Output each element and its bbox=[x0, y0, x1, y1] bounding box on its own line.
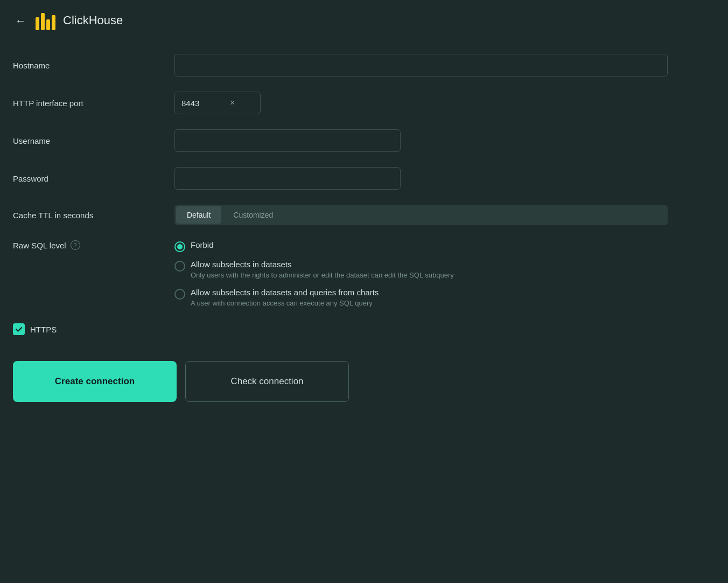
https-label: HTTPS bbox=[30, 325, 57, 334]
cache-ttl-customized-button[interactable]: Customized bbox=[222, 206, 284, 224]
username-input[interactable] bbox=[174, 129, 401, 152]
raw-sql-forbid-option[interactable]: Forbid bbox=[174, 240, 668, 252]
cache-ttl-field: Default Customized bbox=[174, 205, 668, 225]
raw-sql-radio-group: Forbid Allow subselects in datasets Only… bbox=[174, 240, 668, 308]
username-field bbox=[174, 129, 668, 152]
button-row: Create connection Check connection bbox=[13, 361, 668, 402]
page-container: ← ClickHouse Hostname HTTP interface por… bbox=[0, 0, 728, 583]
raw-sql-allow-subselects-radio[interactable] bbox=[174, 261, 185, 272]
http-port-row: HTTP interface port × bbox=[13, 92, 668, 114]
password-input[interactable] bbox=[174, 167, 401, 190]
raw-sql-allow-all-option[interactable]: Allow subselects in datasets and queries… bbox=[174, 288, 668, 308]
raw-sql-allow-subselects-description: Only users with the rights to administer… bbox=[191, 270, 454, 280]
http-port-label: HTTP interface port bbox=[13, 99, 174, 108]
raw-sql-forbid-radio[interactable] bbox=[174, 241, 185, 252]
http-port-input[interactable] bbox=[181, 99, 225, 108]
cache-ttl-row: Cache TTL in seconds Default Customized bbox=[13, 205, 668, 225]
username-row: Username bbox=[13, 129, 668, 152]
port-clear-button[interactable]: × bbox=[229, 97, 236, 109]
password-field bbox=[174, 167, 668, 190]
checkmark-icon bbox=[15, 325, 23, 333]
cache-ttl-default-button[interactable]: Default bbox=[176, 206, 221, 224]
raw-sql-allow-all-text: Allow subselects in datasets and queries… bbox=[191, 288, 379, 308]
form-container: Hostname HTTP interface port × Username bbox=[0, 41, 689, 424]
help-icon[interactable]: ? bbox=[71, 240, 80, 250]
clickhouse-logo bbox=[36, 11, 55, 30]
raw-sql-allow-subselects-text: Allow subselects in datasets Only users … bbox=[191, 260, 454, 280]
raw-sql-allow-subselects-option[interactable]: Allow subselects in datasets Only users … bbox=[174, 260, 668, 280]
raw-sql-allow-all-description: A user with connection access can execut… bbox=[191, 299, 379, 308]
raw-sql-forbid-text: Forbid bbox=[191, 240, 214, 249]
hostname-field bbox=[174, 54, 668, 77]
page-title: ClickHouse bbox=[63, 13, 123, 27]
hostname-row: Hostname bbox=[13, 54, 668, 77]
raw-sql-row: Raw SQL level ? Forbid bbox=[13, 240, 668, 308]
raw-sql-field: Forbid Allow subselects in datasets Only… bbox=[174, 240, 668, 308]
cache-ttl-label: Cache TTL in seconds bbox=[13, 211, 174, 220]
create-connection-button[interactable]: Create connection bbox=[13, 361, 177, 402]
http-port-field: × bbox=[174, 92, 668, 114]
hostname-label: Hostname bbox=[13, 61, 174, 70]
port-input-wrapper: × bbox=[174, 92, 261, 114]
hostname-input[interactable] bbox=[174, 54, 668, 77]
password-label: Password bbox=[13, 174, 174, 183]
username-label: Username bbox=[13, 136, 174, 145]
cache-ttl-toggle-group: Default Customized bbox=[174, 205, 668, 225]
logo-bar-1 bbox=[36, 17, 39, 30]
check-connection-button[interactable]: Check connection bbox=[185, 361, 349, 402]
logo-bar-2 bbox=[41, 13, 45, 30]
raw-sql-allow-all-radio[interactable] bbox=[174, 289, 185, 300]
raw-sql-forbid-label: Forbid bbox=[191, 240, 214, 249]
raw-sql-label-group: Raw SQL level ? bbox=[13, 240, 174, 250]
back-button[interactable]: ← bbox=[13, 12, 28, 29]
raw-sql-allow-all-label: Allow subselects in datasets and queries… bbox=[191, 288, 379, 297]
raw-sql-allow-subselects-label: Allow subselects in datasets bbox=[191, 260, 454, 269]
logo-bar-4 bbox=[52, 15, 55, 30]
header: ← ClickHouse bbox=[0, 0, 728, 41]
https-row: HTTPS bbox=[13, 323, 668, 335]
password-row: Password bbox=[13, 167, 668, 190]
logo-bar-3 bbox=[46, 19, 50, 30]
https-checkbox[interactable] bbox=[13, 323, 25, 335]
raw-sql-label: Raw SQL level bbox=[13, 241, 66, 250]
